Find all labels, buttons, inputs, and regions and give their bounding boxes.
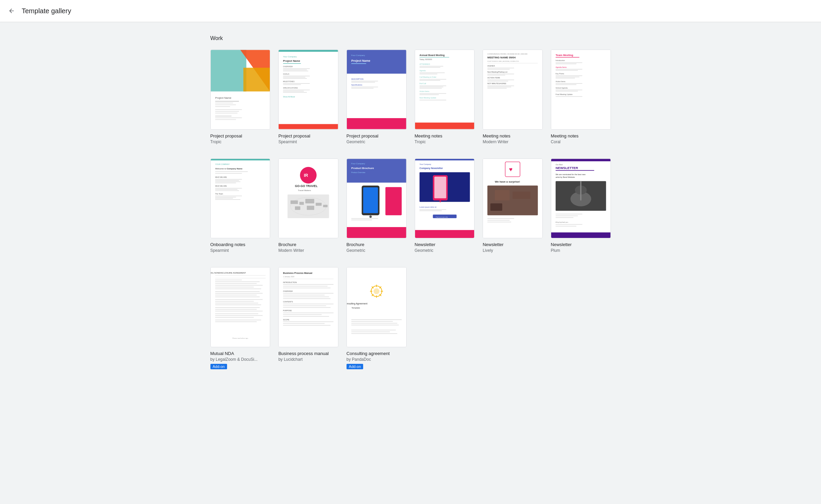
svg-rect-86	[487, 80, 514, 80]
template-thumbnail: Our Best NEWSLETTER We are nominated for…	[551, 158, 611, 239]
template-card-onboarding-spearmint[interactable]: YOUR COMPANY Welcome to Company Name WHO…	[210, 158, 270, 254]
template-card-business-process-manual[interactable]: Business Process Manual 1 January 2020 I…	[278, 267, 338, 369]
template-sublabel: Lively	[483, 248, 543, 254]
svg-rect-140	[291, 200, 298, 204]
svg-rect-87	[487, 81, 508, 81]
svg-rect-14	[215, 119, 236, 120]
svg-rect-114	[211, 159, 270, 160]
svg-point-134	[300, 167, 317, 183]
template-card-brochure-modern[interactable]: IR GO-GO TRAVEL Travel Makers	[278, 158, 338, 254]
svg-rect-29	[283, 83, 310, 84]
svg-rect-59	[419, 73, 445, 73]
template-thumbnail: MUTUAL NONDISCLOSURE AGREEMENT	[210, 267, 270, 347]
template-thumbnail: Your Company Project Name OVERVIEW GOALS…	[278, 50, 338, 130]
template-card-meeting-notes-modern[interactable]: CONFERENCE ROOM | 00:00AM-00:00 | 000-00…	[483, 50, 543, 145]
svg-rect-107	[556, 84, 576, 85]
svg-rect-27	[283, 78, 307, 79]
svg-text:GO-GO TRAVEL: GO-GO TRAVEL	[295, 184, 318, 188]
svg-rect-7	[215, 105, 236, 105]
svg-rect-118	[215, 173, 242, 174]
svg-rect-240	[283, 293, 333, 294]
svg-rect-83	[487, 74, 514, 74]
template-card-newsletter-lively[interactable]: ♥ We have a surprise! Newslett	[483, 158, 543, 254]
template-card-consulting-agreement[interactable]: Consulting Agreement Template Consulting…	[347, 267, 407, 369]
template-card-project-proposal-geometric[interactable]: Four Company Project Name DESCRIPTION Sp…	[347, 50, 407, 145]
template-label: Project proposal	[210, 133, 270, 139]
svg-rect-145	[295, 206, 300, 209]
svg-rect-19	[283, 63, 301, 63]
svg-text:CONTENTS: CONTENTS	[283, 301, 293, 303]
template-card-newsletter-plum[interactable]: Our Best NEWSLETTER We are nominated for…	[551, 158, 611, 254]
svg-text:Find out more info: Find out more info	[436, 216, 448, 218]
svg-rect-12	[215, 116, 231, 116]
svg-text:Travel Makers: Travel Makers	[298, 189, 311, 191]
svg-rect-48	[351, 87, 378, 87]
svg-text:Action Items: Action Items	[556, 80, 565, 82]
svg-rect-142	[305, 199, 314, 203]
svg-rect-222	[215, 307, 260, 308]
svg-rect-236	[283, 284, 333, 285]
svg-rect-269	[351, 319, 402, 320]
svg-text:Final Meeting Update: Final Meeting Update	[556, 93, 573, 95]
svg-text:Key Points: Key Points	[556, 73, 564, 75]
svg-rect-53	[419, 57, 449, 57]
template-card-mutual-nda[interactable]: MUTUAL NONDISCLOSURE AGREEMENT	[210, 267, 270, 369]
section-title: Work	[210, 35, 611, 41]
svg-rect-196	[580, 181, 581, 200]
svg-text:INTRODUCTION: INTRODUCTION	[283, 281, 297, 283]
svg-rect-81	[487, 69, 510, 70]
svg-text:YOUR COMPANY: YOUR COMPANY	[215, 163, 230, 165]
svg-rect-158	[347, 227, 406, 238]
svg-rect-62	[419, 79, 446, 80]
svg-rect-249	[283, 313, 333, 313]
svg-rect-78	[487, 63, 538, 63]
addon-badge: Add-on	[347, 364, 363, 369]
svg-text:Project Name: Project Name	[351, 59, 370, 62]
template-thumbnail: Annual Board Meeting Today, 00/00/00 ATT…	[415, 50, 475, 130]
svg-rect-169	[419, 210, 442, 211]
svg-rect-99	[556, 69, 582, 70]
svg-rect-208	[215, 280, 242, 280]
svg-rect-96	[556, 62, 582, 63]
template-label: Meeting notes	[551, 133, 611, 139]
svg-rect-155	[385, 187, 402, 215]
svg-text:Call Meeting to Order: Call Meeting to Order	[419, 76, 436, 78]
grid-empty-slot	[551, 267, 611, 369]
svg-rect-223	[215, 309, 257, 310]
svg-rect-180	[512, 191, 530, 199]
svg-rect-117	[215, 171, 248, 172]
template-card-meeting-notes-coral[interactable]: Team Meeting Introduction Agenda Items K…	[551, 50, 611, 145]
svg-rect-35	[283, 92, 307, 93]
svg-rect-216	[215, 295, 257, 296]
svg-rect-8	[215, 106, 230, 107]
svg-rect-37	[279, 124, 338, 129]
svg-text:Please read before sign.: Please read before sign.	[232, 337, 248, 339]
svg-rect-51	[415, 50, 474, 129]
template-card-meeting-notes-tropic[interactable]: Annual Board Meeting Today, 00/00/00 ATT…	[415, 50, 475, 145]
svg-rect-225	[215, 314, 258, 314]
svg-text:SCOPE: SCOPE	[283, 319, 290, 321]
template-card-project-proposal-spearmint[interactable]: Your Company Project Name OVERVIEW GOALS…	[278, 50, 338, 145]
svg-text:MUTUAL NONDISCLOSURE AGREEMENT: MUTUAL NONDISCLOSURE AGREEMENT	[211, 272, 246, 274]
template-card-newsletter-geometric[interactable]: Your Company Company Newsletter Lorem ip…	[415, 158, 475, 254]
svg-text:AGENDA: AGENDA	[487, 65, 495, 67]
svg-text:Roll Call: Roll Call	[419, 82, 426, 85]
template-card-project-proposal-tropic[interactable]: Project Name Project proposal Trop	[210, 50, 270, 145]
svg-rect-254	[283, 323, 324, 324]
svg-rect-91	[487, 88, 507, 89]
template-label: Project proposal	[347, 133, 407, 139]
template-label: Onboarding notes	[210, 242, 270, 248]
svg-rect-157	[351, 220, 372, 220]
grid-empty-slot	[483, 267, 543, 369]
svg-rect-143	[316, 203, 321, 206]
svg-rect-146	[307, 206, 314, 210]
svg-rect-57	[419, 67, 440, 68]
back-button[interactable]	[5, 5, 18, 17]
template-label: Brochure	[278, 242, 338, 248]
svg-text:Today, 00/00/00: Today, 00/00/00	[419, 58, 432, 60]
svg-text:OVERVIEW: OVERVIEW	[283, 290, 293, 292]
template-grid-row1: Project Name Project proposal Trop	[210, 50, 611, 145]
template-card-brochure-geometric[interactable]: Four Company Product Brochure Product Ov…	[347, 158, 407, 254]
template-label: Newsletter	[551, 242, 611, 248]
svg-rect-243	[283, 298, 331, 299]
